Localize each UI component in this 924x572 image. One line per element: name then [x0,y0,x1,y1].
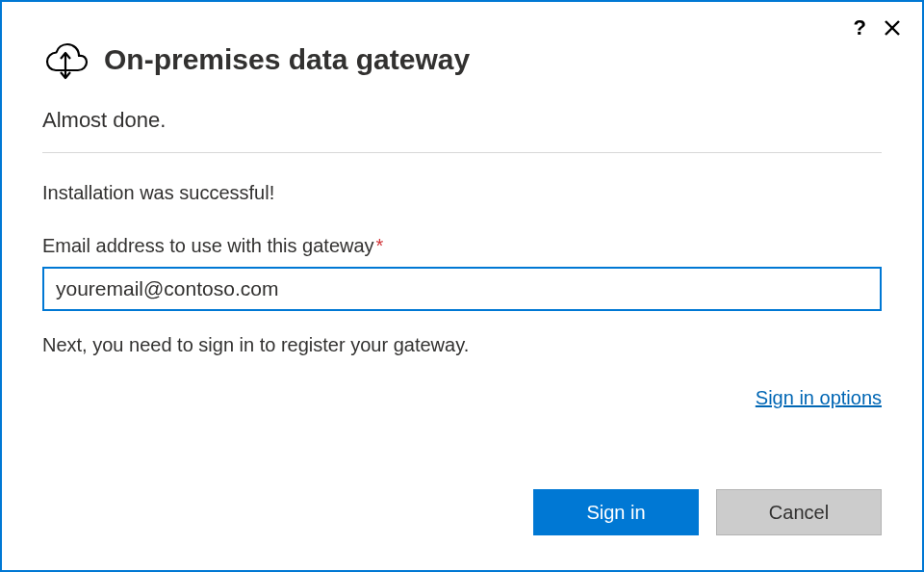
help-icon[interactable]: ? [854,15,866,40]
sign-in-options-link[interactable]: Sign in options [756,387,882,408]
cancel-button[interactable]: Cancel [716,489,882,535]
app-title: On-premises data gateway [104,43,470,76]
close-icon[interactable] [884,19,901,37]
cloud-sync-icon [42,37,89,83]
titlebar-controls: ? [854,15,901,40]
sign-in-options-row: Sign in options [42,387,882,409]
divider [42,152,882,153]
step-subtitle: Almost done. [42,108,882,133]
email-field-label: Email address to use with this gateway* [42,235,882,257]
email-label-text: Email address to use with this gateway [42,235,374,256]
email-input[interactable] [42,267,882,311]
required-asterisk: * [376,235,384,256]
dialog-buttons: Sign in Cancel [533,489,882,535]
install-status: Installation was successful! [42,182,882,204]
dialog-header: On-premises data gateway [42,37,882,83]
next-instruction: Next, you need to sign in to register yo… [42,334,882,356]
gateway-setup-dialog: ? On-premises data gateway Almost done. … [0,0,924,572]
sign-in-button[interactable]: Sign in [533,489,699,535]
